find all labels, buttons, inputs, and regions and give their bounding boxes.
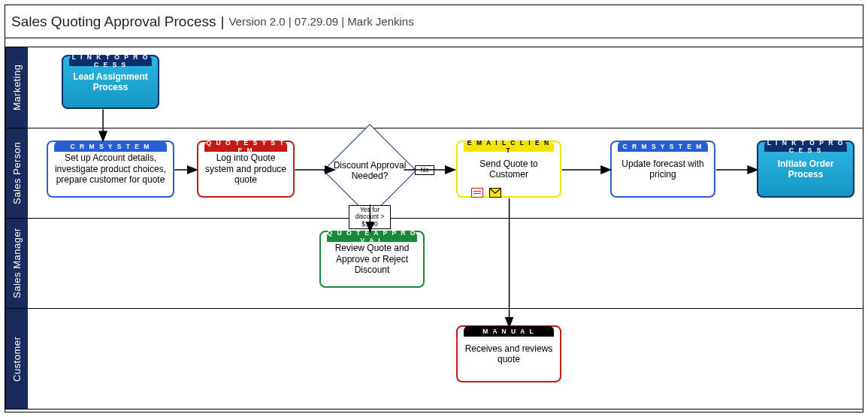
lane-header-customer: Customer bbox=[5, 309, 28, 409]
node-receives-quote-text: Receives and reviews quote bbox=[464, 343, 554, 365]
node-produce-quote[interactable]: Q U O T E S Y S T E M Log into Quote sys… bbox=[197, 141, 295, 198]
envelope-icon bbox=[489, 188, 501, 198]
lane-header-sales: Sales Person bbox=[5, 128, 28, 218]
node-send-quote[interactable]: E M A I L C L I E N T Send Quote to Cust… bbox=[456, 141, 561, 198]
node-receives-quote[interactable]: M A N U A L Receives and reviews quote bbox=[456, 325, 561, 382]
edge-label-no: No bbox=[415, 165, 434, 175]
node-send-quote-text: Send Quote to Customer bbox=[464, 159, 554, 180]
label-crm-system: C R M S Y S T E M bbox=[54, 141, 167, 152]
label-quote-approval: Q U O T E A P P R O V A L bbox=[327, 231, 417, 242]
header-gap bbox=[5, 38, 863, 47]
label-manual: M A N U A L bbox=[464, 326, 554, 337]
node-setup-account-text: Set up Account details, investigate prod… bbox=[54, 153, 167, 185]
label-quote-system: Q U O T E S Y S T E M bbox=[204, 141, 287, 152]
title-main: Sales Quoting Approval Process bbox=[11, 14, 216, 30]
node-review-quote[interactable]: Q U O T E A P P R O V A L Review Quote a… bbox=[319, 231, 425, 288]
node-review-quote-text: Review Quote and Approve or Reject Disco… bbox=[327, 243, 417, 275]
title-meta: Version 2.0 | 07.29.09 | Mark Jenkins bbox=[228, 15, 413, 28]
lane-sales-manager: Sales Manager Q U O T E A P P R O V A L … bbox=[5, 219, 863, 309]
node-update-forecast-text: Update forecast with pricing bbox=[618, 159, 708, 180]
lane-header-marketing: Marketing bbox=[5, 47, 28, 128]
lane-header-manager: Sales Manager bbox=[5, 219, 28, 308]
node-setup-account[interactable]: C R M S Y S T E M Set up Account details… bbox=[47, 141, 174, 198]
lane-sales-person: Sales Person C R M S Y S T E M Set up Ac… bbox=[5, 128, 863, 219]
node-lead-assignment-text: Lead Assignment Process bbox=[69, 71, 152, 93]
lane-marketing: Marketing L I N K T O P R O C E S S Lead… bbox=[5, 47, 863, 128]
title-separator: | bbox=[221, 14, 225, 30]
document-icon bbox=[471, 188, 483, 198]
page-title: Sales Quoting Approval Process | Version… bbox=[5, 5, 863, 38]
node-initiate-order[interactable]: L I N K T O P R O C E S S Initiate Order… bbox=[757, 141, 854, 198]
lane-customer: Customer M A N U A L Receives and review… bbox=[5, 309, 863, 409]
swimlane-container: Marketing L I N K T O P R O C E S S Lead… bbox=[5, 47, 863, 412]
node-initiate-order-text: Initiate Order Process bbox=[764, 159, 847, 180]
node-lead-assignment[interactable]: L I N K T O P R O C E S S Lead Assignmen… bbox=[62, 55, 159, 109]
node-discount-decision-text: Discount Approval Needed? bbox=[328, 160, 411, 182]
label-link-to-process: L I N K T O P R O C E S S bbox=[69, 56, 152, 66]
node-produce-quote-text: Log into Quote system and produce quote bbox=[204, 153, 287, 185]
node-update-forecast[interactable]: C R M S Y S T E M Update forecast with p… bbox=[610, 141, 715, 198]
label-email-client: E M A I L C L I E N T bbox=[464, 141, 554, 152]
label-link-to-process-2: L I N K T O P R O C E S S bbox=[764, 141, 847, 152]
label-crm-system-2: C R M S Y S T E M bbox=[618, 141, 708, 152]
